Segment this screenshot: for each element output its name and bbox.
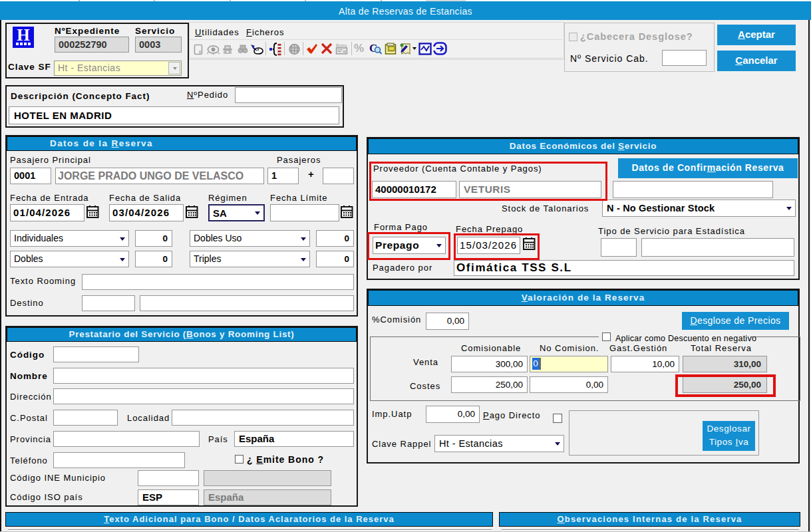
svg-text:Bono: Bono <box>336 43 347 48</box>
